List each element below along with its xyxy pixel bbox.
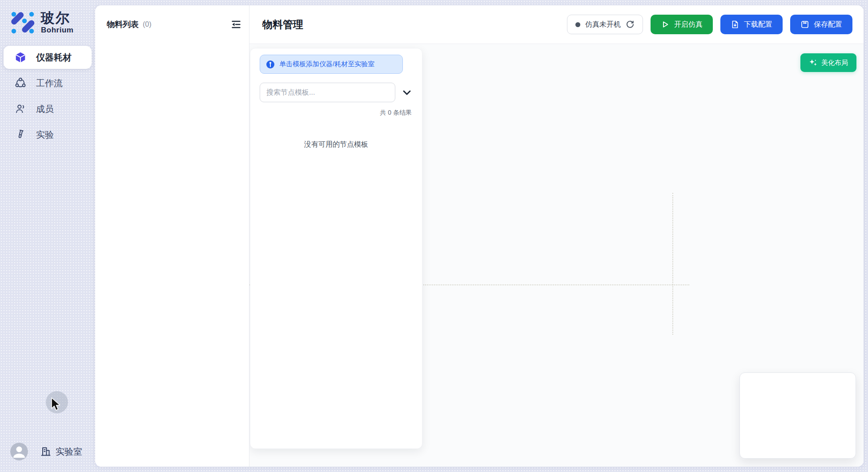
sidebar-item-label: 仪器耗材 bbox=[36, 52, 72, 64]
download-config-button[interactable]: 下载配置 bbox=[720, 15, 783, 34]
template-search-row bbox=[260, 83, 413, 102]
sidebar-item-experiments[interactable]: 实验 bbox=[4, 123, 92, 146]
tip-text: 单击模板添加仪器/耗材至实验室 bbox=[279, 60, 374, 68]
expand-filter-button[interactable] bbox=[401, 87, 413, 98]
brand-logo: 玻尔 Bohrium bbox=[10, 10, 73, 36]
building-icon bbox=[40, 446, 52, 457]
flow-canvas[interactable]: 单击模板添加仪器/耗材至实验室 共 0 条结果 没有可用的节点模板 bbox=[249, 44, 864, 467]
node-template-panel: 单击模板添加仪器/耗材至实验室 共 0 条结果 没有可用的节点模板 bbox=[250, 48, 422, 449]
material-list-header: 物料列表 (0) bbox=[95, 5, 249, 30]
download-config-label: 下载配置 bbox=[744, 20, 772, 29]
sidebar-nav: 仪器耗材 工作流 成员 bbox=[4, 46, 92, 149]
file-download-icon bbox=[731, 20, 739, 29]
sidebar-item-label: 实验 bbox=[36, 129, 54, 141]
collapse-panel-button[interactable] bbox=[230, 19, 242, 30]
sidebar-item-label: 成员 bbox=[36, 103, 54, 115]
beautify-layout-button[interactable]: 美化布局 bbox=[800, 53, 856, 72]
chevron-down-icon bbox=[401, 87, 413, 98]
sidebar-item-members[interactable]: 成员 bbox=[4, 97, 92, 120]
page-title: 物料管理 bbox=[262, 18, 303, 32]
lab-switcher[interactable]: 实验室 bbox=[40, 446, 82, 458]
search-template-input[interactable] bbox=[260, 83, 395, 102]
refresh-status-button[interactable] bbox=[626, 20, 635, 29]
collapse-panel-icon bbox=[230, 19, 242, 30]
tip-banner: 单击模板添加仪器/耗材至实验室 bbox=[260, 55, 403, 74]
simulation-status-label: 仿真未开机 bbox=[585, 20, 621, 29]
app-shell: 玻尔 Bohrium 仪器耗材 工作流 bbox=[0, 0, 868, 472]
header-actions: 仿真未开机 开启仿真 bbox=[567, 15, 852, 34]
sidebar-item-workflow[interactable]: 工作流 bbox=[4, 72, 92, 95]
status-dot-icon bbox=[575, 22, 580, 27]
empty-templates-text: 没有可用的节点模板 bbox=[260, 140, 413, 149]
canvas-minimap[interactable] bbox=[739, 372, 856, 459]
workflow-icon bbox=[15, 77, 26, 89]
start-simulation-label: 开启仿真 bbox=[674, 20, 703, 29]
cube-icon bbox=[15, 52, 26, 63]
start-simulation-button[interactable]: 开启仿真 bbox=[651, 15, 713, 34]
refresh-icon bbox=[626, 20, 635, 29]
material-list-panel: 物料列表 (0) bbox=[95, 5, 249, 467]
save-config-label: 保存配置 bbox=[814, 20, 842, 29]
lab-label: 实验室 bbox=[56, 446, 82, 458]
save-config-button[interactable]: 保存配置 bbox=[790, 15, 852, 34]
sidebar-item-label: 工作流 bbox=[36, 77, 63, 89]
brand-name-en: Bohrium bbox=[41, 26, 73, 35]
play-icon bbox=[661, 20, 670, 29]
user-avatar[interactable] bbox=[10, 443, 28, 460]
result-count: 共 0 条结果 bbox=[260, 109, 413, 117]
test-tube-icon bbox=[15, 129, 26, 140]
bohrium-logo-icon bbox=[10, 10, 36, 36]
sparkles-icon bbox=[809, 59, 817, 67]
main-area: 物料管理 仿真未开机 bbox=[249, 5, 864, 467]
canvas-guide-vertical bbox=[672, 193, 673, 335]
sidebar-footer: 实验室 bbox=[10, 443, 82, 460]
sidebar: 玻尔 Bohrium 仪器耗材 工作流 bbox=[0, 0, 95, 472]
members-icon bbox=[15, 103, 26, 115]
brand-name-zh: 玻尔 bbox=[41, 11, 73, 26]
material-list-title: 物料列表 bbox=[107, 19, 139, 30]
info-icon bbox=[266, 60, 274, 68]
material-list-count: (0) bbox=[143, 20, 152, 28]
main-header: 物料管理 仿真未开机 bbox=[249, 5, 864, 44]
beautify-layout-label: 美化布局 bbox=[821, 59, 848, 67]
sidebar-item-instruments[interactable]: 仪器耗材 bbox=[4, 46, 92, 69]
simulation-status-pill: 仿真未开机 bbox=[567, 15, 643, 34]
save-icon bbox=[800, 20, 809, 29]
content-card: 物料列表 (0) 物料管理 仿真未开机 bbox=[95, 5, 864, 467]
mouse-cursor-icon bbox=[50, 397, 63, 412]
